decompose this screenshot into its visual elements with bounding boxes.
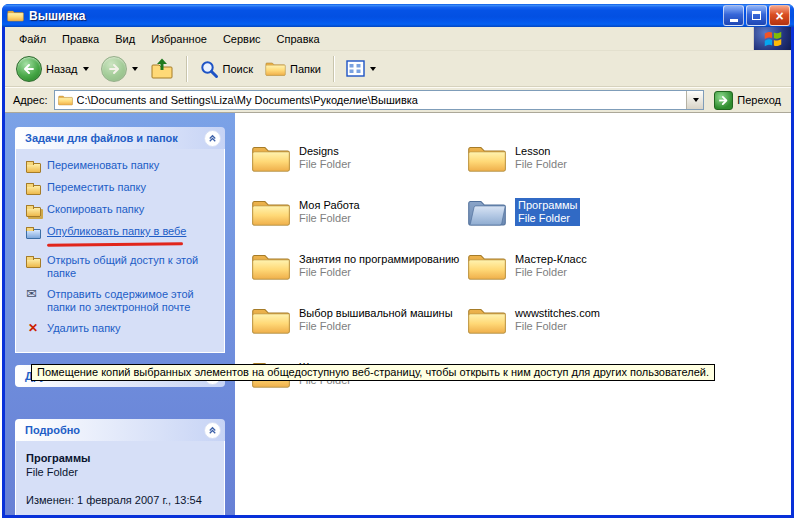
file-type: File Folder [299, 320, 453, 333]
publish-folder-icon [26, 225, 42, 239]
forward-button[interactable] [96, 54, 143, 84]
section-title: Задачи для файлов и папок [25, 132, 178, 144]
section-title: Подробно [25, 424, 80, 436]
task-list: Переименовать папку Переместить папку Ск… [15, 149, 225, 353]
task-link-label[interactable]: Отправить содержимое этой папки по элект… [47, 288, 219, 314]
address-folder-icon [58, 94, 73, 106]
address-combo[interactable] [54, 90, 705, 110]
toolbar-separator [333, 56, 334, 82]
task-link-label[interactable]: Переместить папку [47, 181, 146, 194]
file-tile[interactable]: Программы File Folder [467, 185, 683, 239]
collapse-button[interactable] [204, 130, 221, 147]
copy-folder-icon [26, 203, 42, 217]
file-name: Занятия по программированию [299, 253, 459, 266]
task-link-label[interactable]: Скопировать папку [47, 203, 144, 216]
folders-icon [265, 60, 286, 77]
file-tile[interactable]: Моя Работа File Folder [251, 185, 467, 239]
window-title: Вышивка [29, 9, 721, 23]
views-button[interactable] [341, 58, 381, 79]
task-link-item[interactable]: Удалить папку [26, 322, 220, 336]
search-button[interactable]: Поиск [194, 57, 258, 81]
task-link-label[interactable]: Удалить папку [47, 322, 121, 335]
window-folder-icon[interactable] [7, 8, 24, 23]
task-link-label[interactable]: Переименовать папку [47, 159, 159, 172]
file-name: Программы [518, 199, 577, 212]
task-link-label[interactable]: Опубликовать папку в вебе [47, 225, 186, 238]
toolbar-separator [186, 56, 187, 82]
file-type: File Folder [299, 212, 360, 225]
file-tile[interactable]: Мастер-Класс File Folder [467, 239, 683, 293]
details-modified: Изменен: 1 февраля 2007 г., 13:54 [26, 493, 220, 507]
go-button[interactable]: Переход [710, 91, 785, 110]
task-link-item[interactable]: Опубликовать папку в вебе [26, 225, 220, 246]
file-tile[interactable]: wwwstitches.com File Folder [467, 293, 683, 347]
file-folder-tasks-header[interactable]: Задачи для файлов и папок [15, 127, 225, 149]
file-name: Моя Работа [299, 199, 360, 212]
file-type: File Folder [299, 266, 459, 279]
task-link-item[interactable]: Скопировать папку [26, 203, 220, 217]
menu-item-3[interactable]: Избранное [143, 30, 215, 48]
annotation-underline [47, 242, 183, 247]
folders-label: Папки [290, 63, 321, 75]
details-body: Программы File Folder Изменен: 1 февраля… [15, 441, 225, 515]
section-gap [15, 399, 225, 419]
dropdown-arrow-icon [693, 98, 699, 102]
folder-icon [251, 142, 291, 174]
task-pane: Задачи для файлов и папок Переименовать … [5, 113, 235, 515]
share-folder-icon [26, 254, 42, 268]
tooltip: Помещение копий выбранных элементов на о… [31, 364, 715, 381]
menu-item-2[interactable]: Вид [107, 30, 143, 48]
task-link-item[interactable]: Переименовать папку [26, 159, 220, 173]
address-dropdown-button[interactable] [686, 91, 703, 109]
close-icon: × [775, 9, 783, 23]
file-tile[interactable]: Designs File Folder [251, 131, 467, 185]
menu-bar-items: ФайлПравкаВидИзбранноеСервисСправка [5, 27, 753, 50]
folder-icon [251, 304, 291, 336]
task-link-item[interactable]: Переместить папку [26, 181, 220, 195]
go-arrow-icon [714, 91, 733, 110]
go-label: Переход [737, 94, 781, 106]
file-name: Designs [299, 145, 351, 158]
file-tile[interactable]: Lesson File Folder [467, 131, 683, 185]
address-bar: Адрес: Переход [5, 87, 791, 113]
file-tile[interactable]: Занятия по программированию File Folder [251, 239, 467, 293]
file-list-area[interactable]: Designs File Folder Lesson File Folder М… [235, 113, 791, 515]
maximize-button[interactable] [746, 5, 767, 26]
menu-item-1[interactable]: Правка [54, 30, 107, 48]
minimize-button[interactable] [723, 5, 744, 26]
folder-icon [467, 142, 507, 174]
details-header[interactable]: Подробно [15, 419, 225, 441]
details-section: Подробно Программы File Folder Изменен: … [15, 419, 225, 515]
rename-folder-icon [26, 159, 42, 173]
menu-bar: ФайлПравкаВидИзбранноеСервисСправка [5, 27, 791, 51]
folders-button[interactable]: Папки [260, 58, 326, 79]
menu-item-4[interactable]: Сервис [215, 30, 269, 48]
file-tile[interactable]: Выбор вышивальной машины File Folder [251, 293, 467, 347]
search-label: Поиск [223, 63, 253, 75]
minimize-icon [730, 19, 738, 22]
task-link-item[interactable]: Отправить содержимое этой папки по элект… [26, 288, 220, 314]
collapse-button[interactable] [204, 422, 221, 439]
windows-logo-icon [753, 27, 791, 50]
file-name: wwwstitches.com [515, 307, 600, 320]
move-folder-icon [26, 181, 42, 195]
close-button[interactable]: × [769, 5, 790, 26]
task-link-label[interactable]: Открыть общий доступ к этой папке [47, 254, 219, 280]
menu-item-5[interactable]: Справка [269, 30, 328, 48]
file-name: Lesson [515, 145, 567, 158]
folder-icon [251, 196, 291, 228]
task-link-item[interactable]: Открыть общий доступ к этой папке [26, 254, 220, 280]
folder-icon [467, 250, 507, 282]
file-grid: Designs File Folder Lesson File Folder М… [235, 113, 791, 401]
email-folder-icon [26, 288, 42, 302]
file-type: File Folder [299, 158, 351, 171]
views-icon [346, 60, 365, 77]
address-input[interactable] [77, 92, 683, 108]
file-name: Выбор вышивальной машины [299, 307, 453, 320]
folder-icon [251, 250, 291, 282]
menu-item-0[interactable]: Файл [11, 30, 54, 48]
back-button[interactable]: Назад [11, 54, 94, 84]
up-button[interactable] [145, 55, 179, 83]
chevron-up-icon [207, 425, 218, 436]
file-type: File Folder [515, 320, 600, 333]
